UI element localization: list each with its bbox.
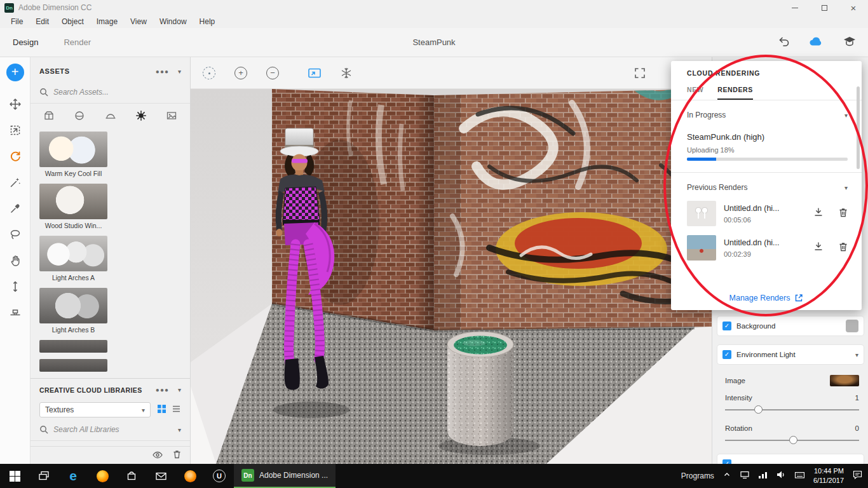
asset-item[interactable]: Light Arches A [39, 236, 107, 281]
assets-search[interactable] [31, 85, 190, 104]
download-icon[interactable] [813, 207, 824, 220]
menu-item-file[interactable]: File [5, 16, 29, 27]
asset-item-partial[interactable] [39, 340, 107, 353]
rotate-tool[interactable] [7, 148, 24, 165]
in-progress-header[interactable]: In Progress ▾ [671, 100, 862, 119]
keyboard-icon[interactable] [794, 470, 805, 482]
move-tool[interactable] [7, 96, 24, 112]
dolly-tool[interactable] [7, 278, 24, 295]
action-center-icon[interactable] [852, 470, 863, 482]
viewport[interactable]: + − [191, 57, 712, 464]
menu-item-image[interactable]: Image [91, 16, 123, 27]
previous-renders-header[interactable]: Previous Renders ▾ [671, 173, 862, 192]
models-category-icon[interactable] [43, 110, 55, 124]
partial-checkbox[interactable]: ✓ [722, 459, 731, 464]
fit-view-icon[interactable] [306, 65, 323, 81]
cloud-sync-icon[interactable] [808, 35, 825, 50]
taskbar-app-dimension[interactable]: Dn Adobe Dimension ... [234, 464, 336, 488]
trash-icon[interactable] [839, 208, 848, 220]
libraries-collapse-icon[interactable]: ▾ [178, 386, 181, 393]
trash-icon[interactable] [173, 450, 181, 461]
eye-icon[interactable] [153, 450, 163, 461]
mail-icon[interactable] [146, 464, 175, 488]
tray-expand-icon[interactable] [722, 470, 731, 482]
images-category-icon[interactable] [166, 110, 177, 124]
fullscreen-icon[interactable] [632, 65, 648, 81]
manage-renders-link[interactable]: Manage Renders [671, 294, 862, 302]
store-icon[interactable] [117, 464, 146, 488]
background-row[interactable]: ✓ Background [717, 316, 864, 336]
grid-view-icon[interactable] [157, 404, 166, 416]
render-item[interactable]: Untitled.dn (hi... 00:05:06 [687, 201, 848, 226]
horizon-tool[interactable] [7, 304, 24, 321]
chevron-down-icon[interactable]: ▾ [855, 351, 858, 358]
asset-item[interactable]: Warm Key Cool Fill [39, 132, 107, 177]
hand-tool[interactable] [7, 252, 24, 269]
menu-item-help[interactable]: Help [194, 16, 221, 27]
rotation-slider[interactable] [725, 436, 859, 444]
magic-wand-tool[interactable] [7, 174, 24, 191]
rotation-value[interactable]: 0 [855, 424, 859, 432]
asset-item[interactable]: Light Arches B [39, 288, 107, 334]
popup-scrollbar[interactable] [857, 86, 860, 169]
trash-icon[interactable] [839, 242, 848, 254]
menu-item-window[interactable]: Window [154, 16, 193, 27]
firefox-icon[interactable] [88, 464, 117, 488]
undo-icon[interactable] [778, 35, 790, 50]
tab-new[interactable]: NEW [687, 86, 703, 100]
eyedropper-tool[interactable] [7, 200, 24, 217]
rotation-slider-knob[interactable] [789, 436, 797, 444]
zoom-in-icon[interactable]: + [233, 65, 249, 81]
background-color-swatch[interactable] [846, 320, 858, 332]
intensity-value[interactable]: 1 [855, 394, 859, 402]
unreal-icon[interactable]: U [205, 464, 234, 488]
libraries-more-icon[interactable]: ●●● [156, 386, 169, 393]
menu-item-object[interactable]: Object [56, 16, 90, 27]
partial-row[interactable]: ✓ [717, 454, 864, 464]
asset-item-partial[interactable] [39, 359, 107, 372]
libraries-search-input[interactable] [53, 425, 173, 434]
library-select[interactable]: Textures ▾ [39, 402, 151, 417]
libraries-search[interactable]: ▾ [31, 423, 190, 441]
network-icon[interactable] [740, 470, 750, 482]
maximize-button[interactable] [810, 0, 839, 15]
intensity-slider-knob[interactable] [754, 405, 763, 414]
download-icon[interactable] [813, 241, 824, 254]
close-button[interactable]: × [839, 0, 868, 15]
learn-icon[interactable] [843, 35, 857, 50]
snowflake-icon[interactable] [338, 65, 355, 81]
assets-search-input[interactable] [53, 88, 181, 97]
programs-label[interactable]: Programs [681, 471, 714, 480]
environment-checkbox[interactable]: ✓ [722, 350, 731, 359]
intensity-slider[interactable] [725, 405, 859, 413]
orange-app-icon[interactable] [175, 464, 205, 488]
volume-icon[interactable] [776, 470, 786, 482]
assets-collapse-icon[interactable]: ▾ [178, 68, 181, 75]
orbit-select-icon[interactable] [201, 65, 217, 81]
lasso-tool[interactable] [7, 226, 24, 243]
environment-image-thumbnail[interactable] [830, 375, 859, 386]
render-item[interactable]: Untitled.dn (hi... 00:02:39 [687, 235, 848, 261]
materials-category-icon[interactable] [74, 110, 85, 124]
taskbar-clock[interactable]: 10:44 PM 6/11/2017 [813, 466, 844, 485]
tab-design[interactable]: Design [0, 29, 51, 56]
list-view-icon[interactable] [172, 404, 181, 416]
scale-tool[interactable] [7, 122, 24, 139]
tab-renders[interactable]: RENDERS [717, 86, 753, 100]
environment-light-row[interactable]: ✓ Environment Light ▾ [717, 345, 864, 364]
start-button[interactable] [0, 464, 29, 488]
chevron-down-icon[interactable]: ▾ [178, 426, 181, 433]
asset-item[interactable]: Wood Studio Win... [39, 184, 107, 229]
signal-icon[interactable] [758, 470, 768, 482]
dome-category-icon[interactable] [105, 110, 116, 124]
zoom-out-icon[interactable]: − [264, 65, 281, 81]
add-content-button[interactable]: + [6, 64, 24, 81]
scene-3d[interactable] [191, 89, 712, 464]
menu-item-edit[interactable]: Edit [30, 16, 55, 27]
task-view-button[interactable] [29, 464, 58, 488]
edge-icon[interactable]: e [58, 464, 88, 488]
menu-item-view[interactable]: View [125, 16, 153, 27]
minimize-button[interactable] [780, 0, 810, 15]
assets-more-icon[interactable]: ●●● [156, 68, 169, 75]
lights-category-icon[interactable] [135, 110, 147, 124]
